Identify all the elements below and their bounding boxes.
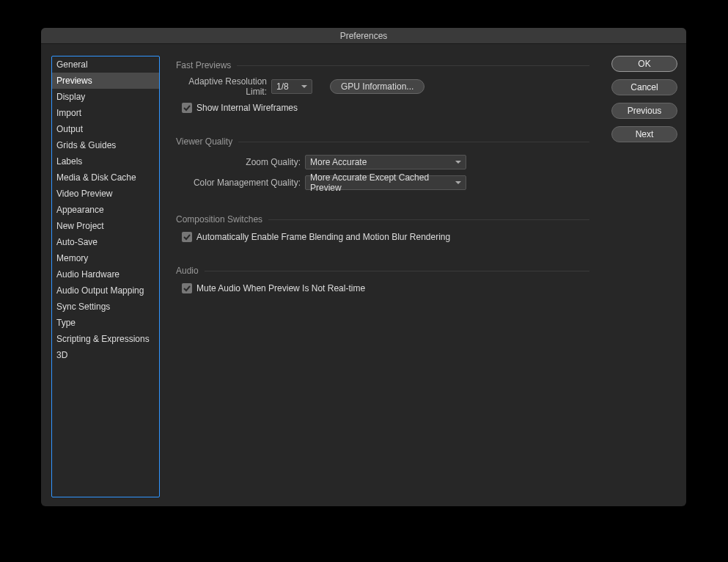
previous-button[interactable]: Previous [611, 103, 677, 119]
zoom-quality-value: More Accurate [310, 157, 367, 167]
checkmark-icon [183, 233, 191, 241]
auto-frame-blending-label: Automatically Enable Frame Blending and … [196, 232, 450, 242]
viewer-quality-group: Viewer Quality Zoom Quality: More Accura… [169, 132, 598, 201]
show-wireframes-checkbox[interactable] [182, 103, 192, 113]
composition-switches-title: Composition Switches [176, 214, 589, 225]
show-wireframes-label: Show Internal Wireframes [196, 103, 298, 113]
audio-group: Audio Mute Audio When Preview Is Not Rea… [169, 261, 598, 304]
color-management-quality-dropdown[interactable]: More Accurate Except Cached Preview [305, 175, 466, 190]
checkmark-icon [183, 285, 191, 292]
sidebar-item-media-disk-cache[interactable]: Media & Disk Cache [52, 169, 159, 186]
sidebar-item-3d[interactable]: 3D [52, 347, 159, 363]
checkmark-icon [183, 104, 191, 112]
adaptive-resolution-value: 1/8 [276, 81, 289, 92]
mute-audio-label: Mute Audio When Preview Is Not Real-time [196, 283, 365, 293]
sidebar-item-import[interactable]: Import [52, 105, 159, 121]
category-sidebar: General Previews Display Import Output G… [51, 56, 160, 497]
sidebar-item-display[interactable]: Display [52, 89, 159, 105]
sidebar-item-sync-settings[interactable]: Sync Settings [52, 299, 159, 315]
sidebar-item-appearance[interactable]: Appearance [52, 202, 159, 218]
fast-previews-group: Fast Previews Adaptive Resolution Limit:… [169, 56, 598, 123]
adaptive-resolution-label: Adaptive Resolution Limit: [177, 76, 271, 97]
sidebar-item-video-preview[interactable]: Video Preview [52, 186, 159, 202]
preferences-dialog: Preferences General Previews Display Imp… [41, 28, 686, 506]
sidebar-item-type[interactable]: Type [52, 315, 159, 331]
sidebar-item-previews[interactable]: Previews [52, 73, 159, 89]
sidebar-item-output[interactable]: Output [52, 121, 159, 137]
sidebar-item-scripting-expressions[interactable]: Scripting & Expressions [52, 331, 159, 347]
sidebar-item-grids-guides[interactable]: Grids & Guides [52, 137, 159, 153]
main-panel: Fast Previews Adaptive Resolution Limit:… [169, 56, 603, 497]
gpu-information-button[interactable]: GPU Information... [330, 79, 424, 94]
dialog-buttons: OK Cancel Previous Next [611, 56, 677, 497]
viewer-quality-title: Viewer Quality [176, 136, 589, 147]
adaptive-resolution-dropdown[interactable]: 1/8 [271, 79, 312, 94]
dialog-title: Preferences [41, 28, 686, 44]
sidebar-item-audio-output-mapping[interactable]: Audio Output Mapping [52, 282, 159, 299]
composition-switches-group: Composition Switches Automatically Enabl… [169, 210, 598, 252]
sidebar-item-labels[interactable]: Labels [52, 153, 159, 169]
auto-frame-blending-checkbox[interactable] [182, 232, 192, 242]
next-button[interactable]: Next [611, 126, 677, 142]
dialog-content: General Previews Display Import Output G… [41, 44, 686, 506]
sidebar-item-memory[interactable]: Memory [52, 250, 159, 266]
cancel-button[interactable]: Cancel [611, 79, 677, 95]
mute-audio-checkbox[interactable] [182, 283, 192, 293]
fast-previews-title: Fast Previews [176, 60, 589, 70]
color-management-quality-label: Color Management Quality: [177, 178, 305, 188]
sidebar-item-auto-save[interactable]: Auto-Save [52, 234, 159, 250]
zoom-quality-label: Zoom Quality: [177, 157, 305, 167]
ok-button[interactable]: OK [611, 56, 677, 72]
sidebar-item-audio-hardware[interactable]: Audio Hardware [52, 266, 159, 282]
color-management-quality-value: More Accurate Except Cached Preview [310, 172, 451, 193]
zoom-quality-dropdown[interactable]: More Accurate [305, 155, 466, 169]
sidebar-item-new-project[interactable]: New Project [52, 218, 159, 234]
sidebar-item-general[interactable]: General [52, 56, 159, 73]
audio-title: Audio [176, 266, 589, 276]
